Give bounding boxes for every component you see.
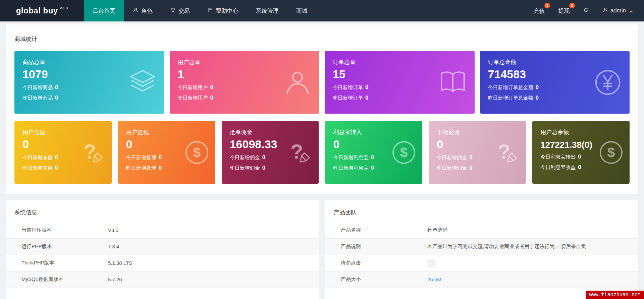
info-row xyxy=(6,288,319,299)
stat-card-order-total: 订单总量 15 今日新增订单0 昨日新增订单0 xyxy=(325,51,475,114)
nav-system-manage-label: 系统管理 xyxy=(256,7,279,15)
product-team-table: 产品名称 抢单源码 产品说明 本产品只为学习测试交流,请勿要做商业或者用于违法行… xyxy=(325,222,638,299)
app-version: V3.0 xyxy=(60,6,68,10)
info-label: 产品名称 xyxy=(325,222,427,238)
info-label: 运行PHP版本 xyxy=(6,238,108,255)
user-icon xyxy=(282,67,313,98)
recharge-badge: 0 xyxy=(544,3,550,8)
info-value: 5.7.26 xyxy=(108,271,319,288)
system-info-title: 系统信息 xyxy=(6,200,319,222)
stat-title: 用户充值 xyxy=(22,128,104,136)
question-pencil-icon xyxy=(286,139,314,166)
info-value: 本产品只为学习测试交流,请勿要做商业或者用于违法行为,一切后果自负 xyxy=(427,238,638,255)
system-info-card: 系统信息 当前程序版本 V3.0 运行PHP版本 7.3.4 ThinkPHP版… xyxy=(6,200,319,299)
book-icon xyxy=(438,67,468,98)
info-row: 产品名称 抢单源码 xyxy=(325,222,638,238)
info-row: 请勿点击 xyxy=(325,255,638,271)
layers-icon xyxy=(127,67,158,98)
system-info-table: 当前程序版本 V3.0 运行PHP版本 7.3.4 ThinkPHP版本 5.1… xyxy=(6,222,319,299)
scales-icon xyxy=(170,7,176,14)
recharge-label: 充值 xyxy=(534,7,545,15)
recharge-button[interactable]: 充值 0 xyxy=(527,0,552,21)
stat-title: 订单总量 xyxy=(333,58,467,66)
stat-card-interest-in: 利息宝转入 0 今日新增利息宝0 昨日新增利息宝0 xyxy=(325,121,422,184)
info-label xyxy=(325,288,427,299)
product-team-title: 产品团队 xyxy=(325,200,638,222)
info-label: ThinkPHP版本 xyxy=(6,255,108,271)
stat-card-grab-commission: 抢单佣金 16098.33 今日新增佣金0 昨日新增佣金0 xyxy=(222,121,319,184)
username: admin xyxy=(610,7,626,14)
withdraw-badge: 0 xyxy=(569,3,575,8)
dollar-icon xyxy=(390,139,418,166)
nav-dashboard[interactable]: 后台首页 xyxy=(84,0,124,21)
product-size-link[interactable]: 25.5M xyxy=(427,277,441,282)
app-logo[interactable]: global buy V3.0 xyxy=(0,0,84,21)
question-pencil-icon xyxy=(79,139,107,166)
do-not-click-icon[interactable] xyxy=(427,259,436,267)
bottom-section: 系统信息 当前程序版本 V3.0 运行PHP版本 7.3.4 ThinkPHP版… xyxy=(6,200,638,299)
stat-title: 商品总量 xyxy=(22,58,156,66)
info-row: 运行PHP版本 7.3.4 xyxy=(6,238,319,255)
watermark: www.tiaozhuan.net xyxy=(586,291,644,299)
stat-title: 用户总余额 xyxy=(540,128,622,136)
mall-stats-panel: 商城统计 商品总量 1079 今日新增商品0 昨日新增商品0 用户总量 1 今日… xyxy=(6,24,638,194)
refresh-icon xyxy=(583,7,589,14)
main-nav: 后台首页 角色 交易 帮助中心 系统管理 商城 xyxy=(84,0,316,21)
user-menu[interactable]: admin xyxy=(596,0,639,21)
stats-row-2: 用户充值 0 今日新增充值0 昨日新增充值0 用户提现 0 今日新增提现0 昨日… xyxy=(6,121,638,184)
app-logo-text: global buy xyxy=(16,6,58,15)
info-label xyxy=(6,288,108,299)
nav-mall[interactable]: 商城 xyxy=(287,0,316,21)
flag-icon xyxy=(207,7,213,14)
info-row: 产品大小 25.5M xyxy=(325,271,638,288)
info-row: MySQL数据库版本 5.7.26 xyxy=(6,271,319,288)
stats-row-1: 商品总量 1079 今日新增商品0 昨日新增商品0 用户总量 1 今日新增用户0… xyxy=(6,51,638,114)
withdraw-button[interactable]: 提现 0 xyxy=(552,0,577,21)
question-pencil-icon xyxy=(494,139,521,166)
stat-card-user-total: 用户总量 1 今日新增用户0 昨日新增用户0 xyxy=(170,51,320,114)
nav-help-center-label: 帮助中心 xyxy=(216,7,238,15)
info-label: MySQL数据库版本 xyxy=(6,271,108,288)
person-icon xyxy=(602,7,608,14)
stat-title: 订单总金额 xyxy=(488,58,622,66)
navbar-right: 充值 0 提现 0 admin xyxy=(527,0,644,21)
info-value: V3.0 xyxy=(108,222,319,238)
nav-help-center[interactable]: 帮助中心 xyxy=(199,0,247,21)
stat-title: 下级返佣 xyxy=(437,128,518,136)
stat-card-user-balance: 用户总余额 127221.38(0) 今日利息宝转出0 今日利息宝收益0 xyxy=(532,121,630,184)
info-row: 当前程序版本 V3.0 xyxy=(6,222,319,238)
chevron-up-icon xyxy=(628,9,633,13)
nav-trade-label: 交易 xyxy=(178,7,190,15)
nav-roles[interactable]: 角色 xyxy=(124,0,161,21)
info-row: 产品说明 本产品只为学习测试交流,请勿要做商业或者用于违法行为,一切后果自负 xyxy=(325,238,638,255)
nav-roles-label: 角色 xyxy=(141,7,153,15)
refresh-button[interactable] xyxy=(577,0,596,21)
stats-panel-title: 商城统计 xyxy=(6,24,638,51)
nav-mall-label: 商城 xyxy=(296,7,308,15)
info-label: 当前程序版本 xyxy=(6,222,108,238)
nav-system-manage[interactable]: 系统管理 xyxy=(247,0,287,21)
stat-card-order-amount: 订单总金额 714583 今日新增订单总金额0 昨日新增订单总金额0 xyxy=(480,51,630,114)
info-row: ThinkPHP版本 5.1.38 LTS xyxy=(6,255,319,271)
yen-icon xyxy=(593,67,623,98)
info-value xyxy=(108,288,319,299)
top-navbar: global buy V3.0 后台首页 角色 交易 帮助中心 系统管理 商城 … xyxy=(0,0,644,21)
nav-dashboard-label: 后台首页 xyxy=(93,7,115,15)
stat-card-user-withdraw: 用户提现 0 今日新增提现0 昨日新增提现0 xyxy=(118,121,215,184)
stat-title: 利息宝转入 xyxy=(333,128,414,136)
stat-title: 用户总量 xyxy=(178,58,312,66)
info-label: 产品大小 xyxy=(325,271,427,288)
stat-card-user-recharge: 用户充值 0 今日新增充值0 昨日新增充值0 xyxy=(14,121,112,184)
stat-card-sub-rebate: 下级返佣 0 今日新增佣金0 昨日新增佣金0 xyxy=(429,121,526,184)
info-value: 5.1.38 LTS xyxy=(108,255,319,271)
info-value xyxy=(427,255,638,271)
stat-title: 用户提现 xyxy=(126,128,207,136)
person-icon xyxy=(133,7,139,14)
dollar-icon xyxy=(183,139,211,166)
nav-trade[interactable]: 交易 xyxy=(161,0,199,21)
withdraw-label: 提现 xyxy=(558,7,570,15)
stat-title: 抢单佣金 xyxy=(230,128,311,136)
info-label: 请勿点击 xyxy=(325,255,427,271)
info-label: 产品说明 xyxy=(325,238,427,255)
stat-card-product-total: 商品总量 1079 今日新增商品0 昨日新增商品0 xyxy=(14,51,164,114)
